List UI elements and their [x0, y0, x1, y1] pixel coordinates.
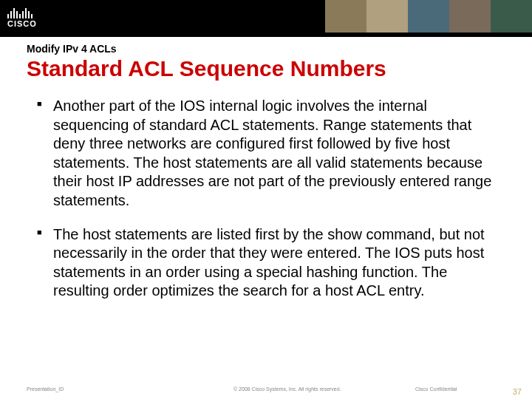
bullet-text: Another part of the IOS internal logic i…: [53, 98, 491, 208]
cisco-bars-icon: [7, 5, 96, 18]
bullet-item: Another part of the IOS internal logic i…: [44, 97, 497, 211]
people-photo-strip: [325, 0, 532, 33]
brand-logo-text: CISCO: [7, 19, 96, 28]
brand-logo: CISCO: [0, 0, 96, 33]
page-number: 37: [513, 387, 522, 396]
footer: Presentation_ID © 2008 Cisco Systems, In…: [0, 383, 532, 399]
footer-copyright: © 2008 Cisco Systems, Inc. All rights re…: [233, 386, 415, 392]
bullet-text: The host statements are listed first by …: [53, 226, 485, 299]
slide-kicker: Modify IPv 4 ACLs: [27, 43, 505, 55]
footer-confidential: Cisco Confidential: [415, 386, 519, 392]
top-bar: CISCO: [0, 0, 532, 33]
slide: CISCO Modify IPv 4 ACLs Standard ACL Seq…: [0, 0, 532, 399]
content-area: Another part of the IOS internal logic i…: [0, 83, 532, 399]
top-bar-image-strip: [96, 0, 532, 33]
slide-title: Standard ACL Sequence Numbers: [27, 56, 505, 81]
header-block: Modify IPv 4 ACLs Standard ACL Sequence …: [0, 37, 532, 83]
footer-presentation-id: Presentation_ID: [27, 386, 233, 392]
bullet-item: The host statements are listed first by …: [44, 225, 497, 301]
